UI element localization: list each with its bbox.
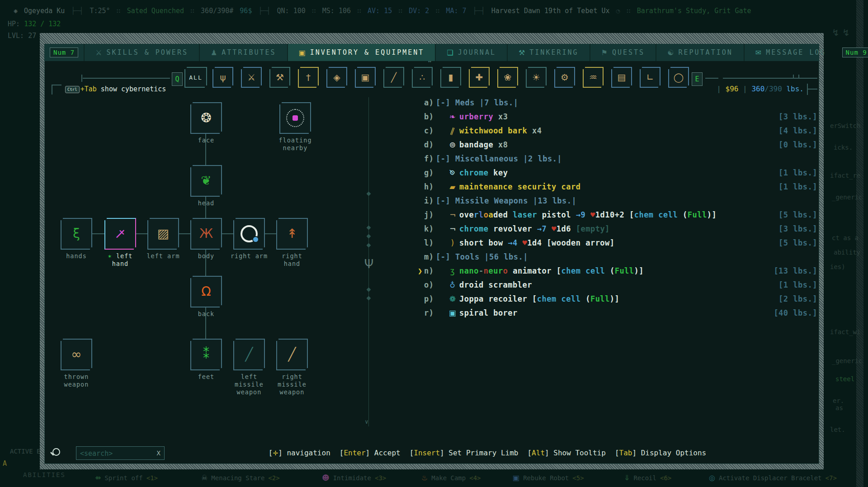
tab-skills-powers[interactable]: ⚔SKILLS & POWERS: [84, 44, 199, 61]
food-filter[interactable]: ❀: [497, 67, 518, 88]
equip-slot-head[interactable]: ❦: [190, 165, 222, 197]
short-blades-filter[interactable]: †: [298, 67, 319, 88]
tools-filter[interactable]: ⚙: [554, 67, 575, 88]
jewelry-filter-icon: ◯: [674, 72, 684, 83]
inventory-item-row[interactable]: r)▣spiral borer[40 lbs.]: [424, 306, 817, 320]
jewelry-filter[interactable]: ◯: [668, 67, 689, 88]
boots-filter[interactable]: ∟: [640, 67, 660, 88]
inventory-item-row[interactable]: l))short bow →4 ♥1d4 [wooden arrow][5 lb…: [424, 236, 817, 250]
meds-filter[interactable]: ✚: [469, 67, 490, 88]
water-containers-filter[interactable]: ♒: [583, 67, 604, 88]
equip-slot-left-missile-weapon[interactable]: ╱: [233, 339, 265, 370]
shields-filter[interactable]: ▣: [355, 67, 376, 88]
search-input[interactable]: [79, 448, 149, 459]
message-log-icon: ✉: [755, 48, 761, 57]
food-filter-icon: ❀: [504, 72, 512, 83]
wallet-corner-h: [808, 89, 817, 90]
primary-limb-star-icon: ✶: [108, 252, 112, 260]
back-item-icon: Ω: [201, 285, 211, 298]
inventory-item-row[interactable]: g)φchrome key[1 lbs.]: [424, 166, 817, 180]
search-clear-button[interactable]: X: [157, 447, 160, 459]
category-header-text: [-] Meds |7 lbs.|: [436, 98, 519, 107]
row-hotkey: r): [424, 306, 435, 320]
item-weight: [0 lbs.]: [778, 138, 817, 152]
item-name: short bow →4 ♥1d4 [wooden arrow]: [459, 238, 615, 247]
inventory-item-row[interactable]: p)❁Joppa recoiler [chem cell (Full)][2 l…: [424, 292, 817, 306]
figure-icon: ♟: [211, 48, 217, 57]
cybernetics-hint: Ctrl+Tab show cybernetics: [65, 84, 166, 94]
cudgels-filter[interactable]: ⚒: [269, 67, 290, 88]
equip-slot-face[interactable]: ❂: [190, 102, 222, 134]
selection-cursor-icon: ❯: [418, 264, 423, 278]
tab-attributes[interactable]: ♟ATTRIBUTES: [199, 44, 287, 61]
tab-key-badge: Num 9: [842, 47, 868, 57]
urberry-icon: ❧: [447, 110, 458, 124]
tab-quests[interactable]: ⚑QUESTS: [590, 44, 656, 61]
tab-inventory-equipment[interactable]: ▣INVENTORY & EQUIPMENT: [287, 44, 435, 61]
equip-slot-hands[interactable]: ξ: [61, 218, 92, 250]
equip-slot-label-back: back: [179, 310, 233, 318]
natural-weapons-filter[interactable]: ψ: [212, 67, 233, 88]
left-line-tick: [81, 75, 82, 82]
category-header-text: [-] Tools |56 lbs.|: [436, 252, 528, 261]
equip-slot-floating-nearby[interactable]: [279, 102, 311, 134]
left-arm-item-icon: ▨: [157, 227, 169, 240]
trade-goods-filter[interactable]: ▤: [611, 67, 632, 88]
row-hotkey: d): [424, 138, 435, 152]
droid-scrambler-icon: ♁: [447, 278, 458, 292]
natural-weapons-filter-icon: ψ: [220, 72, 226, 83]
missile-filter[interactable]: ╱: [383, 67, 404, 88]
hint-corner-v: [52, 85, 52, 95]
tab-tinkering[interactable]: ⚒TINKERING: [507, 44, 590, 61]
inventory-category-row[interactable]: i)[-] Missile Weapons |13 lbs.|: [424, 194, 817, 208]
inventory-item-row[interactable]: ❯n)ʒnano-neuro animator [chem cell (Full…: [424, 264, 817, 278]
inventory-item-row[interactable]: o)♁droid scrambler[1 lbs.]: [424, 278, 817, 292]
axes-filter[interactable]: ⚔: [241, 67, 262, 88]
tab-bar: Num 7⚔SKILLS & POWERS♟ATTRIBUTES▣INVENTO…: [44, 44, 819, 61]
equip-slot-body[interactable]: Ж: [190, 218, 222, 250]
ammo-filter-icon: ∴: [420, 72, 425, 83]
missile-filter-icon: ╱: [391, 72, 396, 83]
item-name: nano-neuro animator [chem cell (Full)]: [459, 266, 644, 275]
item-name: chrome key: [459, 168, 508, 177]
wallet-stub-b: [798, 75, 799, 78]
row-hotkey: n): [424, 264, 435, 278]
inventory-category-row[interactable]: m)[-] Tools |56 lbs.|: [424, 250, 817, 264]
equip-slot-right-hand[interactable]: ↟: [276, 218, 308, 250]
inventory-item-row[interactable]: h)▰maintenance security card[1 lbs.]: [424, 180, 817, 194]
nano-neuro-animator-icon: ʒ: [447, 264, 458, 278]
equip-slot-left-arm[interactable]: ▨: [147, 218, 179, 250]
equip-slot-left-hand[interactable]: †: [104, 218, 136, 250]
energy-cells-filter[interactable]: ▮: [440, 67, 461, 88]
inventory-item-row[interactable]: d)⊚bandage x8[0 lbs.]: [424, 138, 817, 152]
inventory-equipment-window: Num 7⚔SKILLS & POWERS♟ATTRIBUTES▣INVENTO…: [40, 33, 824, 469]
row-hotkey: o): [424, 278, 435, 292]
equip-slot-feet[interactable]: ⁑: [190, 339, 222, 370]
tab-journal[interactable]: ❏JOURNAL: [435, 44, 507, 61]
ammo-filter[interactable]: ∴: [412, 67, 433, 88]
tab-reputation[interactable]: ☯REPUTATION: [656, 44, 744, 61]
equip-slot-thrown-weapon[interactable]: ∞: [61, 339, 92, 370]
light-sources-filter[interactable]: ☀: [526, 67, 547, 88]
quest-flag-icon: ⚑: [601, 48, 608, 57]
search-box[interactable]: X: [76, 446, 165, 460]
equip-slot-back[interactable]: Ω: [190, 276, 222, 307]
inventory-item-row[interactable]: k)⌐chrome revolver →7 ♥1d6 [empty][3 lbs…: [424, 222, 817, 236]
equip-slot-right-missile-weapon[interactable]: ╱: [276, 339, 308, 370]
item-weight: [2 lbs.]: [778, 292, 817, 306]
item-weight: [1 lbs.]: [778, 166, 817, 180]
row-hotkey: f): [424, 152, 435, 166]
inventory-item-row[interactable]: j)⌐overloaded laser pistol →9 ♥1d10+2 [c…: [424, 208, 817, 222]
energy-cells-filter-icon: ▮: [448, 72, 453, 83]
inventory-item-row[interactable]: b)❧urberry x3[3 lbs.]: [424, 110, 817, 124]
inventory-category-row[interactable]: a)[-] Meds |7 lbs.|: [424, 96, 817, 110]
armor-filter[interactable]: ◈: [326, 67, 347, 88]
inventory-category-row[interactable]: f)[-] Miscellaneous |2 lbs.|: [424, 152, 817, 166]
equip-slot-right-arm[interactable]: [233, 218, 265, 250]
tab-message-log[interactable]: ✉MESSAGE LOG: [744, 44, 837, 61]
right-hand-item-icon: ↟: [287, 227, 297, 240]
book-icon: ❏: [447, 48, 453, 57]
filter-all-button[interactable]: ALL: [184, 67, 207, 88]
inventory-item-row[interactable]: c)∥witchwood bark x4[4 lbs.]: [424, 124, 817, 138]
face-item-icon: ❂: [201, 112, 211, 124]
